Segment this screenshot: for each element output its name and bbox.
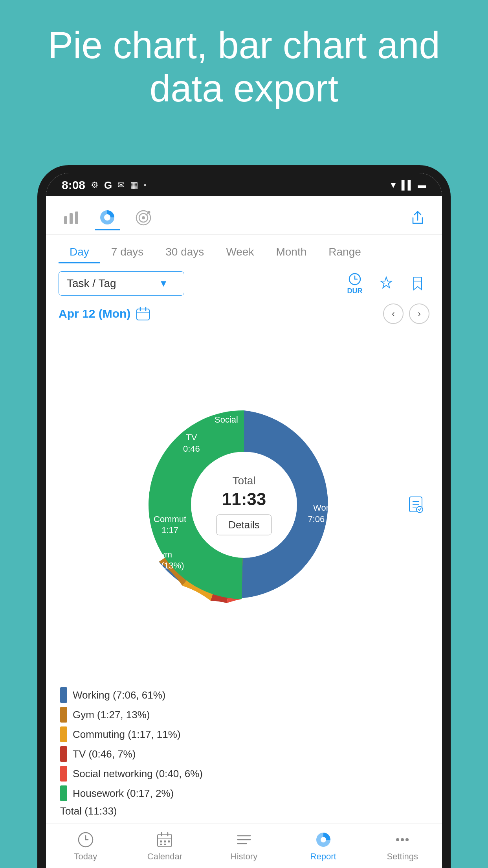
chart-area: Total 11:33 Details Working 7:06 (61%) G… [46, 330, 442, 679]
list-icon [235, 831, 253, 848]
phone-screen: 8:08 ⚙ G ✉ ▦ • ▼ ▌▌ ▬ [46, 173, 442, 868]
svg-rect-27 [160, 840, 162, 842]
prev-date-button[interactable]: ‹ [383, 303, 404, 324]
task-tag-dropdown[interactable]: Task / Tag ▼ [59, 271, 184, 296]
tab-month[interactable]: Month [265, 242, 317, 263]
hero-section: Pie chart, bar chart and data export [0, 0, 488, 165]
legend: Working (7:06, 61%) Gym (1:27, 13%) Comm… [46, 679, 442, 824]
svg-rect-1 [70, 213, 73, 224]
next-date-button[interactable]: › [409, 303, 429, 324]
calendar-date-icon[interactable] [135, 306, 151, 322]
svg-rect-0 [64, 216, 67, 224]
nav-calendar[interactable]: Calendar [125, 831, 205, 862]
svg-rect-31 [164, 844, 166, 845]
status-bar: 8:08 ⚙ G ✉ ▦ • ▼ ▌▌ ▬ [46, 173, 442, 196]
svg-point-38 [405, 838, 409, 841]
gym-color [60, 707, 67, 723]
svg-rect-28 [164, 840, 166, 842]
tab-30days[interactable]: 30 days [154, 242, 215, 263]
nav-today[interactable]: Today [46, 831, 125, 862]
legend-item-tv: TV (0:46, 7%) [60, 746, 428, 762]
star-button[interactable] [374, 272, 398, 295]
nav-report[interactable]: Report [284, 831, 363, 862]
svg-point-21 [416, 506, 423, 513]
legend-item-gym: Gym (1:27, 13%) [60, 707, 428, 723]
period-tabs: Day 7 days 30 days Week Month Range [46, 235, 442, 263]
status-time: 8:08 [62, 178, 85, 192]
google-icon: G [104, 179, 112, 191]
dot-icon: • [144, 182, 146, 189]
more-icon [394, 831, 411, 848]
svg-rect-30 [160, 844, 162, 845]
wifi-icon: ▼ [389, 180, 398, 190]
social-color [60, 766, 67, 782]
details-button[interactable]: Details [216, 515, 272, 535]
total-time: 11:33 [216, 489, 272, 509]
nav-history[interactable]: History [204, 831, 284, 862]
battery-icon: ▬ [418, 180, 426, 190]
tab-week[interactable]: Week [215, 242, 265, 263]
legend-item-working: Working (7:06, 61%) [60, 687, 428, 703]
gear-icon: ⚙ [91, 180, 99, 190]
tab-7days[interactable]: 7 days [100, 242, 155, 263]
date-label: Apr 12 (Mon) [59, 307, 130, 320]
nav-settings-label: Settings [387, 851, 418, 862]
pie-nav-icon [315, 831, 332, 848]
working-color [60, 687, 67, 703]
svg-point-36 [396, 838, 399, 841]
target-button[interactable] [131, 205, 156, 230]
legend-item-housework: Housework (0:17, 2%) [60, 785, 428, 801]
tab-day[interactable]: Day [59, 242, 100, 263]
share-button[interactable] [406, 206, 429, 230]
gmail-icon: ✉ [117, 180, 125, 190]
calendar-nav-icon [156, 831, 173, 848]
clock-icon [77, 831, 94, 848]
tv-color [60, 746, 67, 762]
commuting-color [60, 726, 67, 742]
tab-range[interactable]: Range [317, 242, 372, 263]
donut-center-text: Total 11:33 Details [216, 474, 272, 535]
nav-settings[interactable]: Settings [363, 831, 442, 862]
housework-color [60, 785, 67, 801]
hero-title: Pie chart, bar chart and data export [0, 24, 488, 110]
nav-history-label: History [231, 851, 257, 862]
nav-report-label: Report [310, 851, 336, 862]
legend-total: Total (11:33) [60, 805, 428, 817]
bottom-nav: Today [46, 824, 442, 868]
svg-rect-12 [137, 309, 149, 320]
date-row: Apr 12 (Mon) ‹ › [46, 300, 442, 330]
dur-button[interactable]: DUR [343, 272, 367, 295]
svg-point-6 [142, 216, 145, 219]
nav-today-label: Today [74, 851, 97, 862]
svg-rect-29 [168, 840, 170, 842]
svg-point-3 [104, 214, 110, 221]
total-label: Total [216, 474, 272, 487]
nav-calendar-label: Calendar [147, 851, 182, 862]
report-detail-button[interactable] [402, 491, 429, 519]
app-content: Day 7 days 30 days Week Month Range Task… [46, 196, 442, 868]
svg-rect-2 [75, 211, 78, 224]
chevron-down-icon: ▼ [159, 278, 168, 289]
toolbar [46, 196, 442, 235]
pie-chart-button[interactable] [95, 205, 120, 230]
legend-item-commuting: Commuting (1:17, 11%) [60, 726, 428, 742]
filter-row: Task / Tag ▼ DUR [46, 263, 442, 300]
svg-point-35 [321, 837, 326, 842]
legend-item-social: Social networking (0:40, 6%) [60, 766, 428, 782]
calendar-status-icon: ▦ [130, 180, 138, 190]
donut-chart: Total 11:33 Details Working 7:06 (61%) G… [130, 391, 358, 619]
signal-icon: ▌▌ [402, 180, 414, 190]
bookmark-button[interactable] [406, 272, 429, 295]
bar-chart-button[interactable] [59, 205, 84, 230]
phone-frame: 8:08 ⚙ G ✉ ▦ • ▼ ▌▌ ▬ [37, 165, 451, 868]
svg-point-37 [401, 838, 404, 841]
